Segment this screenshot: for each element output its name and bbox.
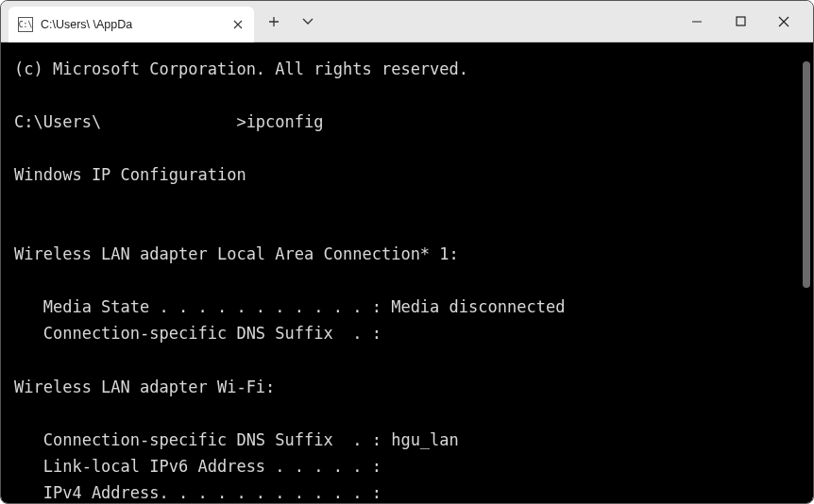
close-window-button[interactable] xyxy=(762,7,806,37)
terminal-line: Wireless LAN adapter Local Area Connecti… xyxy=(14,241,800,267)
terminal-line: Connection-specific DNS Suffix . : hgu_l… xyxy=(14,427,800,453)
cmd-icon: C:\ xyxy=(18,17,33,32)
terminal-line xyxy=(14,214,800,241)
terminal-output[interactable]: (c) Microsoft Corporation. All rights re… xyxy=(1,42,813,504)
tab-title: C:\Users\ \AppDa xyxy=(41,18,222,31)
tab-active[interactable]: C:\ C:\Users\ \AppDa xyxy=(8,7,254,42)
tab-actions xyxy=(254,1,318,42)
maximize-button[interactable] xyxy=(719,7,762,37)
scrollbar-thumb[interactable] xyxy=(803,61,810,288)
terminal-line xyxy=(14,347,800,374)
terminal-line: IPv4 Address. . . . . . . . . . . : xyxy=(14,479,800,504)
tab-dropdown-button[interactable] xyxy=(297,11,318,32)
svg-rect-0 xyxy=(737,17,745,25)
titlebar: C:\ C:\Users\ \AppDa xyxy=(1,1,813,42)
titlebar-drag-area[interactable] xyxy=(318,1,675,42)
terminal-line: Wireless LAN adapter Wi-Fi: xyxy=(14,374,800,400)
terminal-line: Link-local IPv6 Address . . . . . : xyxy=(14,453,800,479)
terminal-line xyxy=(14,267,800,294)
window-controls xyxy=(675,1,813,42)
terminal-line: Windows IP Configuration xyxy=(14,161,800,188)
terminal-line xyxy=(14,82,800,109)
terminal-line xyxy=(14,135,800,161)
scrollbar-vertical[interactable] xyxy=(803,42,810,496)
terminal-line xyxy=(14,188,800,214)
terminal-line: Media State . . . . . . . . . . . : Medi… xyxy=(14,294,800,320)
terminal-line xyxy=(14,400,800,427)
new-tab-button[interactable] xyxy=(263,11,284,32)
terminal-line: (c) Microsoft Corporation. All rights re… xyxy=(14,56,800,82)
terminal-line: Connection-specific DNS Suffix . : xyxy=(14,320,800,346)
tab-close-button[interactable] xyxy=(229,16,246,33)
minimize-button[interactable] xyxy=(675,7,719,37)
terminal-line: C:\Users\ >ipconfig xyxy=(14,109,800,135)
